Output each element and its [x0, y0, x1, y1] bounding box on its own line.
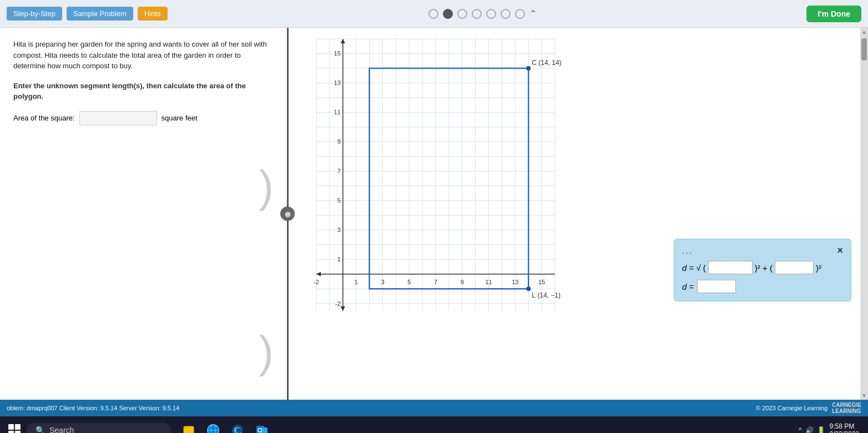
formula-card-header: ... ×	[682, 245, 843, 256]
progress-circle-2	[443, 9, 453, 19]
taskbar-edge-button[interactable]	[226, 419, 249, 433]
search-bar[interactable]: 🔍 Search	[27, 423, 171, 433]
problem-description: Hita is preparing her garden for the spr…	[13, 39, 274, 72]
carnegie-logo: CARNEGIELEARNING	[832, 402, 861, 414]
taskbar-right: ^ 🔊 🔋 9:58 PM 9/23/2023	[799, 422, 864, 433]
sample-problem-button[interactable]: Sample Problem	[67, 7, 133, 21]
chevron-up-icon[interactable]: ⌃	[529, 8, 537, 19]
formula-d-equals: d =	[682, 282, 694, 291]
progress-circle-7	[515, 9, 525, 19]
taskbar: 🔍 Search	[0, 416, 868, 433]
area-input[interactable]	[79, 111, 157, 125]
time-display: 9:58 PM	[830, 422, 859, 430]
area-label: Area of the square:	[13, 114, 75, 122]
top-bar: Step-by-Step Sample Problem Hints ⌃ I'm …	[0, 0, 868, 28]
formula-close-button[interactable]: ×	[837, 245, 843, 256]
formula-sq-plus: )² + (	[755, 263, 773, 273]
edge-icon	[231, 424, 244, 433]
files-icon	[182, 424, 195, 433]
scroll-thumb[interactable]	[861, 38, 867, 61]
progress-circle-3	[457, 9, 467, 19]
left-panel: Hita is preparing her garden for the spr…	[0, 28, 289, 400]
copyright-text: © 2023 Carnegie Learning	[756, 405, 827, 411]
date-display: 9/23/2023	[830, 430, 859, 433]
right-bracket-decoration: )	[259, 161, 274, 212]
windows-icon	[8, 424, 21, 433]
bottom-bracket-decoration: )	[259, 326, 274, 377]
instruction-text: Enter the unknown segment length(s), the…	[13, 80, 274, 102]
progress-circles: ⌃	[428, 8, 537, 19]
formula-d-input[interactable]	[697, 280, 736, 293]
formula-card: ... × d = √ ( )² + ( )² d =	[674, 239, 851, 301]
coordinate-graph	[289, 28, 566, 339]
progress-circle-1	[428, 9, 438, 19]
search-label: Search	[49, 426, 74, 433]
area-unit: square feet	[162, 114, 198, 122]
volume-icon[interactable]: 🔊	[805, 426, 814, 433]
search-icon: 🔍	[36, 426, 45, 433]
divider-handle[interactable]	[280, 207, 295, 221]
browser-icon	[206, 424, 220, 433]
right-panel: ... × d = √ ( )² + ( )² d =	[289, 28, 868, 400]
network-icon: ^	[799, 426, 802, 433]
taskbar-files-button[interactable]	[178, 419, 200, 433]
svg-point-11	[259, 429, 261, 432]
status-bar-right: © 2023 Carnegie Learning CARNEGIELEARNIN…	[756, 402, 861, 414]
taskbar-outlook-button[interactable]	[251, 419, 273, 433]
taskbar-apps	[178, 419, 273, 433]
svg-point-7	[232, 425, 243, 433]
main-content: Hita is preparing her garden for the spr…	[0, 28, 868, 400]
right-scrollbar[interactable]: ▲ ▼	[860, 28, 868, 400]
svg-rect-1	[184, 428, 194, 433]
formula-line1: d = √ ( )² + ( )²	[682, 261, 843, 274]
step-by-step-button[interactable]: Step-by-Step	[7, 7, 62, 21]
formula-d-sqrt-label: d = √ (	[682, 263, 706, 273]
area-row: Area of the square: square feet	[13, 111, 274, 125]
formula-dots: ...	[682, 246, 693, 256]
windows-start-button[interactable]	[4, 420, 24, 433]
svg-rect-2	[184, 427, 188, 429]
problem-info: oblem: dmaprq007 Client Version: 9.5.14 …	[7, 405, 179, 411]
progress-circle-6	[501, 9, 511, 19]
taskbar-browser-button[interactable]	[202, 419, 224, 433]
scroll-up-arrow[interactable]: ▲	[860, 28, 868, 36]
hints-button[interactable]: Hints	[138, 7, 168, 21]
formula-input-2[interactable]	[775, 261, 814, 274]
system-icons: ^ 🔊 🔋	[799, 426, 825, 433]
progress-circle-4	[472, 9, 482, 19]
formula-line2: d =	[682, 280, 843, 293]
formula-input-1[interactable]	[708, 261, 753, 274]
im-done-button[interactable]: I'm Done	[806, 6, 861, 22]
progress-circle-5	[486, 9, 496, 19]
battery-icon: 🔋	[817, 426, 825, 433]
scroll-down-arrow[interactable]: ▼	[860, 391, 868, 400]
status-bar: oblem: dmaprq007 Client Version: 9.5.14 …	[0, 400, 868, 416]
outlook-icon	[255, 424, 269, 433]
formula-sq-close: )²	[816, 263, 821, 273]
clock: 9:58 PM 9/23/2023	[830, 422, 859, 433]
